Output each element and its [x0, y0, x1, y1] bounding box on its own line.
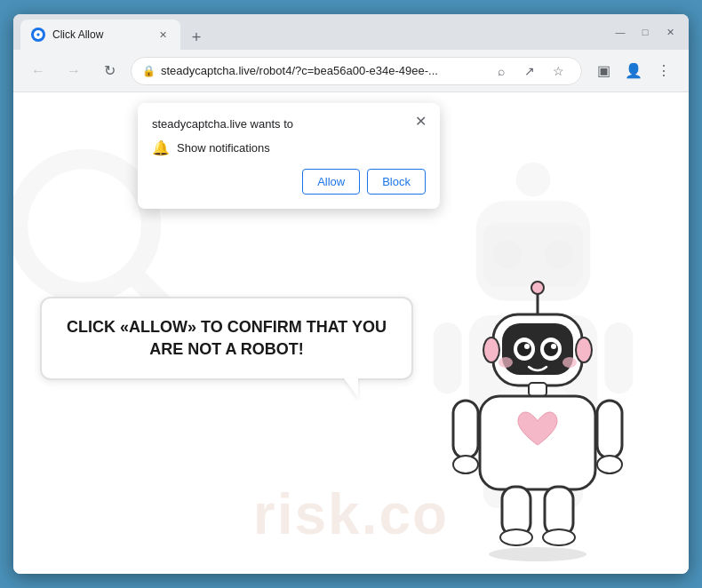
- toolbar-icons: ▣ 👤 ⋮: [589, 57, 678, 85]
- svg-point-6: [493, 240, 522, 268]
- webpage-content: ✕ steadycaptcha.live wants to 🔔 Show not…: [13, 92, 689, 574]
- address-bar-icons: ⌕ ↗ ☆: [489, 59, 570, 83]
- notification-popup: ✕ steadycaptcha.live wants to 🔔 Show not…: [138, 103, 440, 209]
- svg-rect-34: [502, 487, 530, 536]
- share-icon[interactable]: ↗: [517, 59, 542, 83]
- search-icon[interactable]: ⌕: [489, 59, 514, 83]
- svg-point-7: [545, 240, 573, 268]
- active-tab[interactable]: Click Allow ✕: [20, 20, 180, 50]
- bell-icon: 🔔: [152, 139, 170, 156]
- svg-point-27: [562, 357, 577, 368]
- svg-point-38: [489, 547, 586, 561]
- sidebar-icon[interactable]: ▣: [589, 57, 618, 85]
- block-button[interactable]: Block: [367, 169, 426, 195]
- popup-permission-row: 🔔 Show notifications: [152, 139, 426, 156]
- popup-site-text: steadycaptcha.live wants to: [152, 117, 426, 131]
- svg-rect-30: [453, 401, 478, 458]
- svg-point-3: [516, 163, 551, 197]
- svg-rect-19: [502, 323, 573, 375]
- svg-rect-36: [545, 487, 573, 536]
- svg-point-40: [576, 338, 592, 362]
- svg-rect-28: [529, 383, 546, 396]
- title-bar: Click Allow ✕ + — □ ✕: [13, 14, 689, 50]
- lock-icon: 🔒: [142, 65, 156, 77]
- svg-point-39: [483, 338, 499, 362]
- bubble-text: CLICK «ALLOW» TO CONFIRM THAT YOU ARE NO…: [63, 316, 390, 361]
- maximize-button[interactable]: □: [634, 20, 657, 44]
- bookmark-icon[interactable]: ☆: [546, 59, 570, 83]
- svg-point-37: [543, 529, 575, 545]
- robot-illustration: [440, 281, 635, 565]
- browser-window: Click Allow ✕ + — □ ✕ ← → ↻ 🔒 steadycapt…: [13, 14, 689, 574]
- tab-title: Click Allow: [52, 28, 148, 41]
- svg-point-26: [499, 357, 513, 368]
- back-button[interactable]: ←: [24, 57, 52, 85]
- svg-point-31: [453, 456, 478, 473]
- allow-button[interactable]: Allow: [302, 169, 360, 195]
- nav-bar: ← → ↻ 🔒 steadycaptcha.live/robot4/?c=bea…: [13, 50, 689, 92]
- svg-point-33: [597, 456, 622, 473]
- popup-close-button[interactable]: ✕: [410, 110, 431, 131]
- address-bar[interactable]: 🔒 steadycaptcha.live/robot4/?c=bea56a00-…: [131, 57, 582, 85]
- svg-point-35: [500, 529, 532, 545]
- menu-icon[interactable]: ⋮: [650, 57, 678, 85]
- speech-bubble-container: CLICK «ALLOW» TO CONFIRM THAT YOU ARE NO…: [40, 297, 413, 380]
- refresh-button[interactable]: ↻: [95, 57, 124, 85]
- svg-point-22: [517, 342, 531, 356]
- profile-icon[interactable]: 👤: [619, 57, 648, 85]
- tab-strip: Click Allow ✕ +: [20, 14, 602, 50]
- svg-point-23: [544, 342, 558, 356]
- svg-point-17: [531, 282, 544, 294]
- speech-bubble: CLICK «ALLOW» TO CONFIRM THAT YOU ARE NO…: [40, 297, 413, 380]
- minimize-button[interactable]: —: [609, 20, 632, 44]
- forward-button[interactable]: →: [60, 57, 88, 85]
- popup-buttons: Allow Block: [152, 169, 426, 195]
- svg-point-24: [524, 344, 530, 349]
- window-controls: — □ ✕: [609, 20, 682, 44]
- new-tab-button[interactable]: +: [184, 25, 209, 50]
- address-text: steadycaptcha.live/robot4/?c=bea56a00-e3…: [161, 64, 483, 77]
- tab-close-button[interactable]: ✕: [156, 28, 170, 42]
- popup-permission-text: Show notifications: [177, 141, 270, 155]
- svg-point-25: [551, 344, 556, 349]
- close-button[interactable]: ✕: [658, 20, 682, 44]
- tab-favicon: [31, 28, 45, 42]
- svg-rect-32: [597, 401, 622, 458]
